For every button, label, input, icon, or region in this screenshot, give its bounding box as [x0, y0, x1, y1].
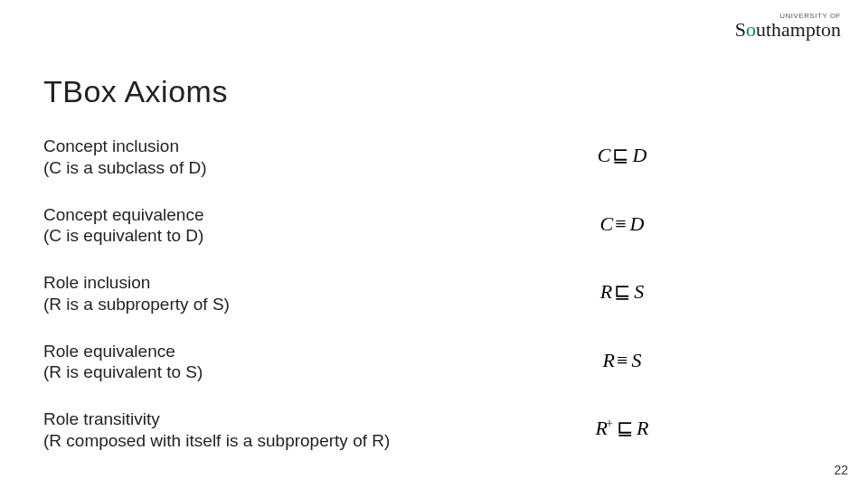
axiom-row: Concept equivalence (C is equivalent to …	[43, 204, 821, 248]
axiom-desc: Role inclusion (R is a subproperty of S)	[43, 272, 423, 315]
axiom-formula: R+⊑R	[423, 408, 821, 440]
axiom-desc: Role equivalence (R is equivalent to S)	[43, 341, 423, 384]
logo-wordmark: Southampton	[735, 20, 841, 40]
axiom-row: Role inclusion (R is a subproperty of S)…	[43, 272, 821, 315]
formula-op: ⊑	[610, 280, 634, 303]
axiom-row: Role equivalence (R is equivalent to S) …	[43, 341, 821, 384]
axiom-name: Role inclusion	[43, 272, 423, 294]
axiom-explanation: (R is equivalent to S)	[43, 361, 423, 383]
university-logo: UNIVERSITY OF Southampton	[735, 13, 841, 40]
axiom-formula: C≡D	[423, 204, 821, 236]
logo-accent: o	[746, 18, 756, 41]
axiom-name: Role transitivity	[43, 408, 423, 430]
page-number: 22	[834, 463, 848, 477]
logo-pre: S	[735, 18, 746, 41]
axiom-explanation: (R composed with itself is a subproperty…	[43, 430, 423, 452]
axiom-explanation: (C is a subclass of D)	[43, 157, 423, 179]
logo-post: uthampton	[756, 18, 841, 41]
formula-rhs: D	[630, 212, 645, 235]
axiom-explanation: (C is equivalent to D)	[43, 225, 423, 247]
formula-rhs: D	[632, 144, 646, 166]
axiom-list: Concept inclusion (C is a subclass of D)…	[43, 136, 821, 452]
axiom-formula: R≡S	[423, 341, 821, 372]
formula-op: ≡	[613, 349, 631, 371]
axiom-formula: C⊑D	[423, 136, 821, 167]
formula-op: ⊑	[613, 417, 637, 439]
axiom-name: Role equivalence	[43, 341, 423, 362]
formula-sup: +	[606, 416, 613, 430]
slide-title: TBox Axioms	[43, 74, 228, 109]
axiom-desc: Role transitivity (R composed with itsel…	[43, 408, 423, 452]
axiom-desc: Concept inclusion (C is a subclass of D)	[43, 136, 423, 179]
axiom-name: Concept equivalence	[43, 204, 423, 226]
axiom-desc: Concept equivalence (C is equivalent to …	[43, 204, 423, 248]
axiom-explanation: (R is a subproperty of S)	[43, 294, 423, 315]
formula-rhs: S	[634, 280, 644, 303]
formula-rhs: S	[631, 349, 641, 371]
axiom-formula: R⊑S	[423, 272, 821, 304]
formula-rhs: R	[637, 417, 648, 439]
formula-op: ⊑	[609, 144, 632, 166]
axiom-row: Concept inclusion (C is a subclass of D)…	[43, 136, 821, 179]
axiom-row: Role transitivity (R composed with itsel…	[43, 408, 821, 452]
axiom-name: Concept inclusion	[43, 136, 423, 157]
formula-op: ≡	[611, 212, 629, 235]
